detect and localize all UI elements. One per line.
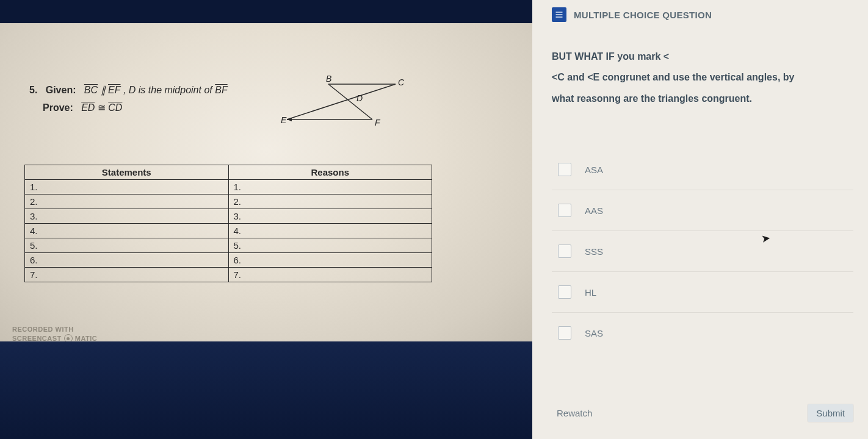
option-label: ASA [585,165,603,175]
parallel-symbol: ∥ [101,85,106,95]
segment-ed: ED [81,102,95,113]
option-label: AAS [585,205,603,216]
question-line-2: <C and <E congrunet and use the vertical… [552,68,853,87]
screencast-watermark: recorded with SCREENCAST MATIC [12,326,97,343]
given-rest: , D is the midpoint of [123,85,215,95]
problem-number: 5. [29,85,37,95]
table-row: 5.5. [25,238,432,253]
segment-bc: BC [84,85,98,95]
table-row: 4.4. [25,224,432,238]
question-body: BUT WHAT IF you mark < <C and <E congrun… [552,48,853,108]
segment-bf: BF [215,85,227,95]
video-bottom-bar [0,341,532,439]
table-row: 7.7. [25,268,432,282]
answer-option-asa[interactable]: ASA [552,149,853,190]
svg-marker-4 [287,118,292,121]
checkbox-icon [558,285,571,299]
multiple-choice-icon [552,7,566,22]
segment-cd: CD [108,102,122,113]
worksheet-slide: 5. Given: BC ∥ EF , D is the midpoint of… [0,23,532,341]
figure-label-e: E [281,115,287,125]
svg-line-3 [287,84,396,120]
answer-option-sas[interactable]: SAS [552,312,853,353]
given-label: Given: [46,85,76,95]
checkbox-icon [558,204,571,217]
question-header: MULTIPLE CHOICE QUESTION [552,0,853,22]
video-slide-pane: 5. Given: BC ∥ EF , D is the midpoint of… [0,0,532,439]
question-line-3: what reasonng are the triangles congruen… [552,90,853,108]
figure-label-b: B [326,76,331,84]
col-statements: Statements [25,165,229,180]
checkbox-icon [558,244,571,258]
submit-button[interactable]: Submit [808,404,853,422]
option-label: SSS [585,246,603,257]
table-row: 2.2. [25,195,432,209]
answer-option-aas[interactable]: AAS [552,190,853,230]
video-top-bar [0,0,532,23]
figure-label-f: F [375,118,381,127]
watermark-line1: recorded with [12,326,97,333]
checkbox-icon [558,163,571,176]
table-row: 1.1. [25,180,432,195]
rewatch-button[interactable]: Rewatch [552,404,597,422]
checkbox-icon [558,326,571,340]
figure-label-c: C [398,77,405,87]
mouse-cursor-icon: ➤ [761,231,772,246]
question-panel: MULTIPLE CHOICE QUESTION BUT WHAT IF you… [532,0,868,439]
action-row: Rewatch Submit [552,404,853,422]
question-type-title: MULTIPLE CHOICE QUESTION [574,10,712,20]
svg-line-2 [328,84,372,120]
answer-options: ASA AAS SSS HL SAS [552,149,853,353]
segment-ef: EF [108,85,120,95]
proof-table: Statements Reasons 1.1. 2.2. 3.3. 4.4. 5… [24,165,432,282]
geometry-figure: B C D E F [281,76,415,130]
prove-label: Prove: [43,102,73,113]
problem-statement: 5. Given: BC ∥ EF , D is the midpoint of… [29,83,228,116]
table-row: 6.6. [25,253,432,268]
answer-option-sss[interactable]: SSS [552,230,853,271]
figure-label-d: D [356,93,363,103]
col-reasons: Reasons [228,165,432,180]
option-label: HL [585,287,596,298]
option-label: SAS [585,328,603,338]
question-line-1: BUT WHAT IF you mark < [552,48,853,66]
answer-option-hl[interactable]: HL [552,271,853,312]
table-row: 3.3. [25,209,432,224]
congruent-symbol: ≅ [98,102,106,113]
